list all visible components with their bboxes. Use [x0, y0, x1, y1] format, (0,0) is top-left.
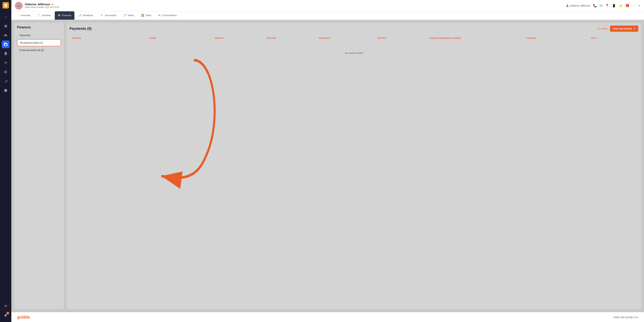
sidebar-item-dashboard[interactable]: ▦	[2, 22, 10, 30]
plan-activity-label: Plan new activity	[613, 27, 632, 30]
sidebar-item-users[interactable]	[2, 87, 10, 94]
col-method: METHOD	[267, 37, 318, 39]
tab-finances-label: Finances	[62, 14, 71, 17]
empty-state-message: No rows to show	[70, 41, 638, 65]
notification-count: 2	[6, 312, 9, 314]
tab-documents[interactable]: 📁 Documents	[97, 11, 120, 20]
tab-tasks-label: Tasks	[146, 14, 151, 17]
main-panel: Payments (0) ↻ refresh Plan new activity…	[67, 23, 641, 309]
col-name: NAME	[150, 37, 213, 39]
col-paid: PAID ▼	[591, 37, 636, 39]
contact-name: Osborne Jefferson ✏	[25, 3, 566, 6]
financial-audit-trail-label: Financial audit trail (8)	[20, 49, 44, 52]
edit-icon[interactable]: ✏	[52, 3, 54, 6]
plan-activity-chevron-icon: ▼	[633, 28, 635, 30]
page-header: OJ Osborne Jefferson ✏ Case owner number…	[11, 0, 644, 11]
app-logo[interactable]	[2, 2, 9, 9]
sidebar-item-contacts[interactable]	[2, 31, 10, 39]
overview-icon: ↓	[18, 14, 19, 17]
panel-header: Payments (0) ↻ refresh Plan new activity…	[70, 26, 638, 32]
table-header: DEBTOR NAME AMOUNT METHOD RECIPIENT	[70, 35, 638, 41]
col-source: SOURCE	[378, 37, 428, 39]
tab-tasks[interactable]: ✅ Tasks	[138, 11, 154, 20]
tab-workflows-label: Workflows	[82, 14, 93, 17]
tab-overview[interactable]: ↓ Overview	[15, 11, 34, 20]
refresh-icon: ↻	[598, 27, 600, 30]
tab-activities[interactable]: 📄 Activities	[34, 11, 54, 20]
location-icon[interactable]: 📍	[605, 4, 609, 8]
header-info: Osborne Jefferson ✏ Case owner number: A…	[25, 3, 566, 9]
sidebar-item-cases[interactable]	[2, 41, 10, 48]
tab-overview-label: Overview	[21, 14, 30, 17]
conversations-icon: ✉	[158, 14, 160, 17]
all-payment-plans-label: All payment plans (1)	[20, 41, 43, 44]
col-amount: AMOUNT	[214, 37, 265, 39]
plan-activity-button[interactable]: Plan new activity ▼	[610, 26, 638, 32]
tab-notes[interactable]: 📝 Notes	[120, 11, 137, 20]
col-created: CREATED	[526, 37, 590, 39]
side-panel: Finances Payments All payment plans (1) …	[14, 23, 64, 309]
refresh-label: refresh	[601, 27, 608, 30]
refresh-button[interactable]: ↻ refresh	[598, 27, 608, 30]
tab-conversations-label: Conversations	[162, 14, 177, 17]
tab-conversations[interactable]: ✉ Conversations	[155, 11, 180, 20]
tab-activities-label: Activities	[42, 14, 51, 17]
documents-icon: 📁	[100, 14, 103, 17]
col-unique-ref: UNIQUE REFERENCE NUMBER	[430, 37, 525, 39]
header-user-label: Osborne Jefferson	[570, 4, 590, 7]
col-recipient: RECIPIENT	[319, 37, 376, 39]
sidebar-item-workflows[interactable]: ⎇	[2, 77, 10, 85]
sidebar-item-mail[interactable]: ✉	[2, 59, 10, 67]
star-icon[interactable]: ⭐	[619, 4, 622, 8]
col-debtor: DEBTOR	[72, 37, 148, 39]
header-icons: 📞 ✉ 📍 📱 ⭐ 🎁 ··· ▼	[593, 4, 640, 8]
side-nav-payments[interactable]: Payments	[17, 32, 61, 39]
sidebar-item-settings[interactable]: ⚙	[2, 302, 10, 310]
sidebar-item-home[interactable]: ⌂	[2, 13, 10, 21]
chevron-down-icon[interactable]: ▼	[638, 4, 640, 7]
finances-icon: 🏛	[58, 14, 60, 17]
sidebar: ⌂ ▦ ✉ 🏛 ⎇ ⚙ 2	[0, 0, 11, 322]
tab-workflows[interactable]: ⎇ Workflows	[75, 11, 96, 20]
device-icon[interactable]: 📱	[612, 4, 616, 8]
email-icon[interactable]: ✉	[600, 4, 602, 8]
panel-title: Payments (0)	[70, 27, 92, 31]
workflows-icon: ⎇	[78, 14, 81, 17]
gift-icon[interactable]: 🎁	[626, 4, 629, 8]
case-number: Case owner number: ACC-DCI-2702	[25, 6, 566, 9]
header-actions: Osborne Jefferson 📞 ✉ 📍 📱 ⭐ 🎁 ··· ▼	[566, 4, 640, 8]
sidebar-item-data[interactable]	[2, 50, 10, 58]
footer-credit: Made with guidde.com	[614, 316, 638, 319]
side-nav-financial-audit-trail[interactable]: Financial audit trail (8)	[17, 47, 61, 53]
phone-icon[interactable]: 📞	[593, 4, 597, 8]
content-area: Finances Payments All payment plans (1) …	[11, 20, 644, 312]
sidebar-item-notifications[interactable]: 2	[2, 311, 10, 319]
payments-table: DEBTOR NAME AMOUNT METHOD RECIPIENT	[70, 35, 638, 65]
svg-text:OJ: OJ	[17, 5, 20, 7]
paid-sort-icon: ▼	[597, 37, 599, 39]
payments-label: Payments	[20, 34, 30, 37]
nav-tabs: ↓ Overview 📄 Activities 🏛 Finances ⎇ Wor…	[11, 11, 644, 20]
tab-finances[interactable]: 🏛 Finances	[55, 11, 74, 20]
more-icon[interactable]: ···	[632, 4, 635, 8]
name-text: Osborne Jefferson	[25, 3, 50, 6]
notes-icon: 📝	[124, 14, 126, 17]
panel-actions: ↻ refresh Plan new activity ▼	[598, 26, 638, 32]
tasks-icon: ✅	[141, 14, 144, 17]
tab-documents-label: Documents	[105, 14, 116, 17]
footer-logo: guidde.	[17, 315, 31, 319]
svg-point-0	[4, 52, 7, 53]
side-panel-title: Finances	[17, 26, 61, 29]
header-user: Osborne Jefferson	[566, 4, 590, 7]
activities-icon: 📄	[38, 14, 40, 17]
avatar: OJ	[15, 2, 23, 10]
side-nav-all-payment-plans[interactable]: All payment plans (1)	[17, 39, 61, 46]
sidebar-item-finance[interactable]: 🏛	[2, 68, 10, 76]
tab-notes-label: Notes	[128, 14, 134, 17]
footer: guidde. Made with guidde.com	[11, 312, 644, 322]
